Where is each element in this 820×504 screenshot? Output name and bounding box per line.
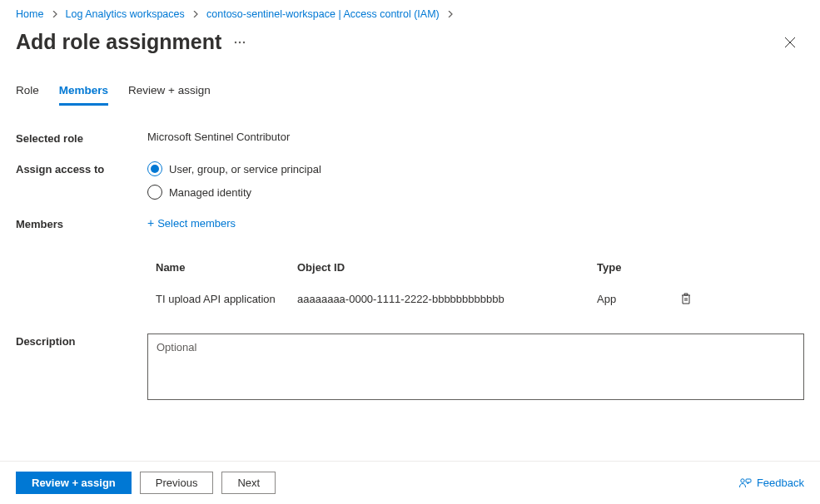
tab-members[interactable]: Members — [59, 84, 108, 106]
page-header: Add role assignment — [0, 30, 820, 54]
chevron-right-icon — [447, 10, 454, 19]
radio-user-label: User, group, or service principal — [169, 163, 321, 175]
tabs: Role Members Review + assign — [0, 84, 820, 106]
footer: Review + assign Previous Next Feedback — [0, 461, 820, 504]
selected-role-row: Selected role Microsoft Sentinel Contrib… — [16, 131, 804, 145]
chevron-right-icon — [52, 10, 61, 19]
radio-user-group-principal[interactable]: User, group, or service principal — [147, 161, 804, 176]
radio-managed-identity[interactable]: Managed identity — [147, 185, 804, 200]
tab-review[interactable]: Review + assign — [128, 84, 211, 106]
close-icon[interactable] — [784, 37, 796, 48]
svg-point-2 — [243, 41, 245, 42]
assign-access-row: Assign access to User, group, or service… — [16, 161, 804, 200]
members-row: Members + Select members Name Object ID … — [16, 216, 804, 315]
member-name: TI upload API application — [156, 293, 297, 305]
select-members-link[interactable]: + Select members — [147, 216, 236, 230]
more-icon[interactable] — [233, 36, 246, 49]
radio-unchecked-icon — [147, 185, 162, 200]
breadcrumb-workspace-iam[interactable]: contoso-sentinel-workspace | Access cont… — [206, 8, 440, 20]
svg-rect-4 — [746, 479, 751, 482]
trash-icon[interactable] — [680, 292, 713, 305]
member-objectid: aaaaaaaa-0000-1111-2222-bbbbbbbbbbbb — [297, 293, 597, 305]
feedback-text: Feedback — [757, 477, 804, 489]
description-row: Description — [16, 334, 804, 400]
col-header-objectid: Object ID — [297, 261, 597, 274]
radio-checked-icon — [147, 161, 162, 176]
svg-point-1 — [239, 41, 241, 42]
feedback-link[interactable]: Feedback — [738, 477, 804, 490]
members-table: Name Object ID Type TI upload API applic… — [147, 261, 804, 315]
breadcrumb: Home Log Analytics workspaces contoso-se… — [0, 0, 820, 27]
select-members-text: Select members — [157, 217, 236, 230]
selected-role-label: Selected role — [16, 131, 147, 145]
tab-role[interactable]: Role — [16, 84, 39, 106]
page-title: Add role assignment — [16, 30, 221, 54]
description-input[interactable] — [147, 334, 804, 400]
table-row: TI upload API application aaaaaaaa-0000-… — [147, 282, 804, 315]
col-header-type: Type — [597, 261, 680, 274]
svg-point-3 — [741, 478, 744, 482]
member-type: App — [597, 293, 680, 305]
plus-icon: + — [147, 216, 154, 230]
assign-access-label: Assign access to — [16, 161, 147, 175]
col-header-name: Name — [156, 261, 297, 274]
members-label: Members — [16, 216, 147, 230]
content: Selected role Microsoft Sentinel Contrib… — [0, 131, 820, 400]
review-assign-button[interactable]: Review + assign — [16, 472, 132, 494]
radio-managed-label: Managed identity — [169, 186, 251, 199]
description-label: Description — [16, 334, 147, 400]
breadcrumb-workspaces[interactable]: Log Analytics workspaces — [66, 8, 185, 20]
selected-role-value: Microsoft Sentinel Contributor — [147, 131, 804, 143]
chevron-right-icon — [192, 10, 201, 19]
next-button[interactable]: Next — [221, 472, 276, 494]
table-header: Name Object ID Type — [147, 261, 804, 282]
svg-point-0 — [235, 41, 236, 42]
previous-button[interactable]: Previous — [140, 472, 214, 494]
breadcrumb-home[interactable]: Home — [16, 8, 43, 20]
person-feedback-icon — [738, 477, 752, 490]
